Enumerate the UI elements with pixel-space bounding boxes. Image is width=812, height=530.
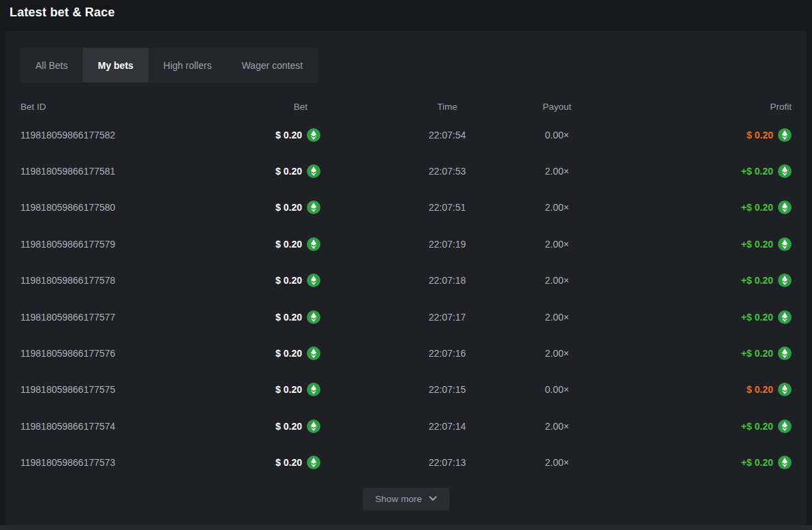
bet-id-cell: 119818059866177575 xyxy=(5,384,241,395)
etc-coin-icon xyxy=(307,201,320,214)
bet-cell: $ 0.20 xyxy=(241,347,387,360)
etc-coin-icon xyxy=(307,383,320,396)
bet-id-cell: 119818059866177573 xyxy=(5,457,241,468)
bet-id-cell: 119818059866177577 xyxy=(5,312,241,323)
bet-id-cell: 119818059866177578 xyxy=(5,275,241,286)
payout-cell: 0.00× xyxy=(507,384,607,395)
page-bottom-strip xyxy=(0,525,812,530)
table-row[interactable]: 119818059866177576 $ 0.20 22:07:16 2.00×… xyxy=(5,335,807,371)
column-header-bet-id: Bet ID xyxy=(5,102,241,112)
table-row[interactable]: 119818059866177573 $ 0.20 22:07:13 2.00×… xyxy=(5,445,807,481)
profit-cell: +$ 0.20 xyxy=(607,201,807,214)
profit-cell: $ 0.20 xyxy=(607,383,807,396)
bet-tabs: All Bets My bets High rollers Wager cont… xyxy=(20,48,318,83)
page-title: Latest bet & Race xyxy=(10,5,115,20)
time-cell: 22:07:14 xyxy=(387,421,507,432)
etc-coin-icon xyxy=(307,237,320,251)
profit-amount: +$ 0.20 xyxy=(741,312,773,323)
etc-coin-icon xyxy=(307,164,320,178)
show-more-label: Show more xyxy=(375,494,421,504)
etc-coin-icon xyxy=(307,128,320,142)
table-row[interactable]: 119818059866177574 $ 0.20 22:07:14 2.00×… xyxy=(5,408,807,444)
time-cell: 22:07:54 xyxy=(387,130,507,141)
table-row[interactable]: 119818059866177579 $ 0.20 22:07:19 2.00×… xyxy=(5,226,807,262)
time-cell: 22:07:15 xyxy=(387,384,507,395)
tab-all-bets[interactable]: All Bets xyxy=(20,48,82,83)
bet-amount: $ 0.20 xyxy=(275,384,302,395)
bet-cell: $ 0.20 xyxy=(241,383,387,396)
bet-amount: $ 0.20 xyxy=(275,130,302,141)
payout-cell: 2.00× xyxy=(507,421,607,432)
etc-coin-icon xyxy=(307,274,320,287)
payout-cell: 2.00× xyxy=(507,348,607,359)
bet-table-body: 119818059866177582 $ 0.20 22:07:54 0.00×… xyxy=(5,117,807,481)
profit-cell: $ 0.20 xyxy=(607,128,807,142)
bet-cell: $ 0.20 xyxy=(241,274,387,287)
profit-cell: +$ 0.20 xyxy=(607,164,807,178)
time-cell: 22:07:16 xyxy=(387,348,507,359)
column-header-time: Time xyxy=(387,102,507,112)
time-cell: 22:07:51 xyxy=(387,202,507,213)
etc-coin-icon xyxy=(307,419,320,433)
bet-amount: $ 0.20 xyxy=(275,348,302,359)
bet-cell: $ 0.20 xyxy=(241,128,387,142)
etc-coin-icon xyxy=(778,383,792,396)
time-cell: 22:07:17 xyxy=(387,312,507,323)
profit-amount: +$ 0.20 xyxy=(741,421,773,432)
bet-amount: $ 0.20 xyxy=(275,202,302,213)
bet-amount: $ 0.20 xyxy=(275,312,302,323)
profit-cell: +$ 0.20 xyxy=(607,274,807,287)
payout-cell: 2.00× xyxy=(507,202,607,213)
etc-coin-icon xyxy=(778,274,792,287)
column-header-profit: Profit xyxy=(607,102,807,112)
table-row[interactable]: 119818059866177580 $ 0.20 22:07:51 2.00×… xyxy=(5,190,807,226)
payout-cell: 2.00× xyxy=(507,275,607,286)
table-row[interactable]: 119818059866177581 $ 0.20 22:07:53 2.00×… xyxy=(5,153,807,189)
etc-coin-icon xyxy=(778,419,792,433)
table-row[interactable]: 119818059866177577 $ 0.20 22:07:17 2.00×… xyxy=(5,299,807,335)
profit-amount: +$ 0.20 xyxy=(741,166,773,177)
chevron-down-icon xyxy=(429,496,437,501)
show-more-button[interactable]: Show more xyxy=(363,488,449,510)
latest-bet-panel: All Bets My bets High rollers Wager cont… xyxy=(5,31,807,525)
profit-cell: +$ 0.20 xyxy=(607,347,807,360)
payout-cell: 2.00× xyxy=(507,166,607,177)
table-row[interactable]: 119818059866177575 $ 0.20 22:07:15 0.00×… xyxy=(5,372,807,408)
profit-amount: +$ 0.20 xyxy=(741,275,773,286)
bet-cell: $ 0.20 xyxy=(241,310,387,324)
etc-coin-icon xyxy=(778,456,792,469)
bet-cell: $ 0.20 xyxy=(241,456,387,469)
etc-coin-icon xyxy=(307,347,320,360)
profit-amount: +$ 0.20 xyxy=(741,202,773,213)
bet-id-cell: 119818059866177579 xyxy=(5,239,241,250)
tab-wager-contest[interactable]: Wager contest xyxy=(226,48,318,83)
time-cell: 22:07:13 xyxy=(387,457,507,468)
bet-amount: $ 0.20 xyxy=(275,166,302,177)
profit-cell: +$ 0.20 xyxy=(607,237,807,251)
bet-cell: $ 0.20 xyxy=(241,164,387,178)
bet-id-cell: 119818059866177581 xyxy=(5,166,241,177)
bet-id-cell: 119818059866177582 xyxy=(5,130,241,141)
time-cell: 22:07:53 xyxy=(387,166,507,177)
profit-cell: +$ 0.20 xyxy=(607,456,807,469)
table-row[interactable]: 119818059866177578 $ 0.20 22:07:18 2.00×… xyxy=(5,263,807,299)
column-header-bet: Bet xyxy=(241,102,387,112)
tab-high-rollers[interactable]: High rollers xyxy=(149,48,227,83)
etc-coin-icon xyxy=(778,164,792,178)
table-row[interactable]: 119818059866177582 $ 0.20 22:07:54 0.00×… xyxy=(5,117,807,153)
time-cell: 22:07:18 xyxy=(387,275,507,286)
table-header-row: Bet ID Bet Time Payout Profit xyxy=(5,96,807,117)
show-more-container: Show more xyxy=(5,488,807,510)
payout-cell: 2.00× xyxy=(507,239,607,250)
tab-my-bets[interactable]: My bets xyxy=(82,48,148,83)
profit-amount: +$ 0.20 xyxy=(741,239,773,250)
profit-amount: $ 0.20 xyxy=(747,384,773,395)
profit-amount: $ 0.20 xyxy=(747,130,773,141)
etc-coin-icon xyxy=(778,201,792,214)
bet-amount: $ 0.20 xyxy=(275,457,302,468)
etc-coin-icon xyxy=(307,310,320,324)
etc-coin-icon xyxy=(778,128,792,142)
profit-cell: +$ 0.20 xyxy=(607,419,807,433)
payout-cell: 0.00× xyxy=(507,130,607,141)
bet-amount: $ 0.20 xyxy=(275,275,302,286)
